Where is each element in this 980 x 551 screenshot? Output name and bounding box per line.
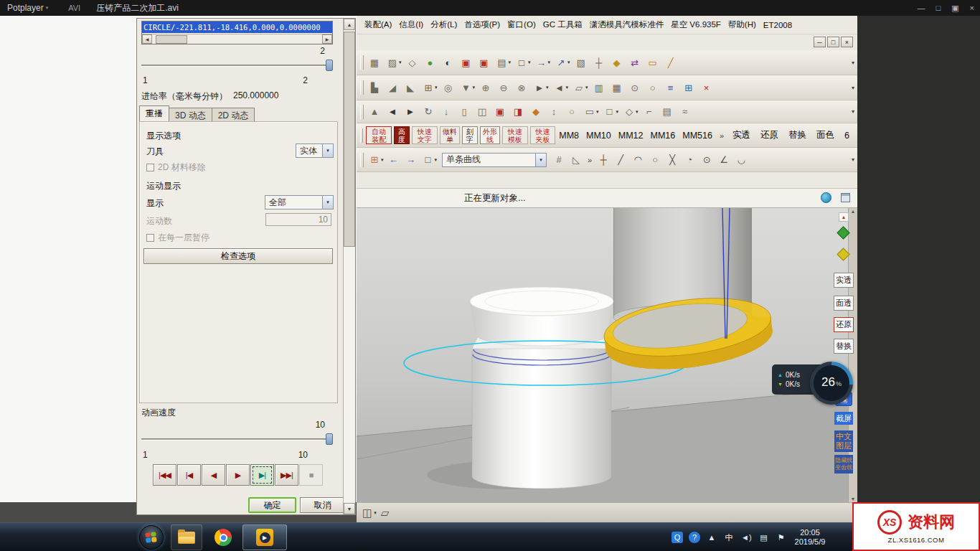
magnify-icon[interactable]: ○ — [645, 79, 661, 96]
scroll-down-icon[interactable]: ▼ — [344, 503, 355, 514]
pin-icon[interactable]: ↓ — [438, 103, 454, 121]
sketch-icon[interactable]: ▨ ▾ — [385, 54, 402, 71]
dropdown-arrow-icon[interactable]: ▾ — [566, 85, 569, 90]
play-backward-button[interactable]: ◀ — [202, 464, 225, 486]
solid-translucent-button[interactable]: 实透 — [834, 273, 854, 288]
selection-scope-combo[interactable]: 单条曲线 ▼ — [442, 153, 547, 167]
orbit-icon[interactable]: ↻ — [420, 103, 436, 121]
go-start-button[interactable]: |◀◀ — [153, 464, 176, 486]
column-icon[interactable]: ▯ — [456, 103, 472, 121]
menu-item[interactable]: GC 工具箱 — [540, 19, 586, 30]
mini-marker-icon[interactable]: ▲ — [839, 212, 849, 222]
chrome-task-button[interactable] — [208, 524, 238, 550]
reverse-icon[interactable]: ◄ ▾ — [552, 79, 570, 96]
dropdown-arrow-icon[interactable]: ▾ — [399, 60, 402, 65]
prev-selection-icon[interactable]: ← — [386, 151, 402, 169]
terrain-icon[interactable]: ▲ — [367, 103, 382, 121]
next-selection-icon[interactable]: → — [403, 151, 419, 169]
red-block-icon[interactable]: ▣ — [492, 103, 508, 121]
size-label[interactable]: MM10 — [586, 131, 611, 141]
scroll-thumb[interactable] — [156, 35, 187, 44]
note-icon[interactable]: ▤ — [659, 103, 675, 121]
toolpath-list-selected-row[interactable]: CIRCLE/-221.811,-18.416,0.000,0.0000000 — [142, 22, 332, 33]
scroll-right-icon[interactable]: ▶ — [322, 34, 332, 44]
dropdown-arrow-icon[interactable]: ▾ — [435, 157, 438, 163]
chinese-layer-button[interactable]: 中文 图层 — [834, 430, 853, 452]
bolt-icon[interactable]: ↕ — [546, 103, 562, 121]
snap-center-icon[interactable]: ○ — [647, 151, 663, 169]
sheet-list-icon[interactable]: ≡ — [663, 79, 679, 96]
chevron-down-icon[interactable]: ▼ — [322, 144, 333, 157]
dropdown-arrow-icon[interactable]: ▾ — [435, 85, 438, 90]
size-label[interactable]: MM16 — [651, 131, 676, 141]
datum-plane-icon[interactable]: ◇ — [405, 54, 420, 71]
move-object-icon[interactable]: → ▾ — [534, 54, 552, 71]
stop-button[interactable]: ■ — [299, 464, 323, 486]
view-cube-icon[interactable]: ◫ ▾ — [362, 507, 377, 519]
red-face-icon[interactable]: ◨ — [510, 103, 526, 121]
polygon-icon[interactable]: ◇ ▾ — [621, 103, 639, 121]
action-center-flag-icon[interactable]: ⚑ — [776, 532, 787, 543]
outline-button[interactable]: 外形线 — [480, 126, 500, 144]
bounding-box-icon[interactable]: □ ▾ — [514, 54, 532, 71]
type-filter-icon[interactable]: ⊞ ▾ — [367, 151, 385, 169]
dropdown-arrow-icon[interactable]: ▾ — [567, 60, 570, 65]
menu-item[interactable]: 信息(I) — [395, 19, 427, 30]
toolbar-grip[interactable] — [360, 80, 364, 95]
go-end-button[interactable]: ▶▶| — [275, 464, 298, 486]
direction-icon[interactable]: ► ▾ — [532, 79, 550, 96]
menu-item[interactable]: 星空 V6.935F — [667, 19, 725, 30]
check-options-button[interactable]: 检查选项 — [143, 248, 333, 264]
tab-2d-dynamic[interactable]: 2D 动态 — [212, 108, 255, 121]
quick-template-button[interactable]: 快速模板 — [502, 126, 528, 144]
gold-part-icon[interactable]: ◆ — [528, 103, 544, 121]
adjust-icon[interactable]: ⊙ — [627, 79, 643, 96]
show-combo[interactable]: 全部 ▼ — [265, 195, 334, 209]
slider-thumb[interactable] — [326, 433, 333, 445]
toolbar-grip[interactable] — [360, 128, 363, 143]
hidden-line-button[interactable]: 隐藏线 变齿线 — [834, 455, 853, 474]
snap-intersection-icon[interactable]: ╳ — [664, 151, 680, 169]
swap-icon[interactable]: ⇄ — [627, 54, 643, 71]
part-grid-icon[interactable]: ▦ — [367, 54, 382, 71]
dropdown-arrow-icon[interactable]: ▾ — [636, 109, 639, 115]
list-horizontal-scrollbar[interactable]: ◀ ▶ — [142, 34, 332, 44]
menu-item[interactable]: 分析(L) — [427, 19, 461, 30]
dropdown-arrow-icon[interactable]: ▾ — [616, 109, 619, 115]
subtract-icon[interactable]: ⊖ — [496, 79, 512, 96]
quick-text-command[interactable]: 还原 — [760, 129, 778, 141]
toolbar-grip[interactable] — [360, 153, 364, 167]
ring-icon[interactable]: ○ — [564, 103, 580, 121]
dropdown-arrow-icon[interactable]: ▾ — [596, 109, 599, 115]
menu-item[interactable]: 潇洒模具汽模标准件 — [586, 19, 668, 30]
chevron-down-icon[interactable]: ▼ — [535, 154, 546, 166]
menu-item[interactable]: 首选项(P) — [461, 19, 504, 30]
potplayer-menu-button[interactable]: Potplayer — [7, 3, 44, 13]
tab-3d-dynamic[interactable]: 3D 动态 — [169, 108, 212, 121]
insert-block-icon[interactable]: ◫ — [474, 103, 490, 121]
cavity-icon[interactable]: ▤ ▾ — [494, 54, 512, 71]
dialog-vertical-scrollbar[interactable]: ▲ ▼ — [343, 19, 355, 514]
tool-display-combo[interactable]: 实体 ▼ — [296, 143, 334, 158]
quick-text-command[interactable]: 面色 — [816, 129, 834, 141]
input-method-icon[interactable]: Q — [672, 532, 683, 543]
screenshot-button[interactable]: 截屏 — [834, 412, 853, 425]
chevron-down-icon[interactable]: ▼ — [322, 196, 333, 209]
animation-speed-slider[interactable] — [141, 433, 333, 446]
menu-item[interactable]: 装配(A) — [361, 19, 395, 30]
green-diamond-icon[interactable] — [837, 226, 849, 239]
play-forward-button[interactable]: ▶ — [226, 464, 250, 486]
size-label[interactable]: MM516 — [682, 131, 712, 141]
toolpath-list[interactable]: CIRCLE/-221.811,-18.416,0.000,0.0000000 … — [141, 21, 333, 44]
hidden-icons-button[interactable]: ▲ — [706, 532, 717, 543]
size-label[interactable]: MM8 — [559, 131, 579, 141]
start-button[interactable] — [139, 525, 164, 550]
snap-existing-point-icon[interactable]: ⊙ — [699, 151, 715, 169]
scroll-thumb[interactable] — [344, 32, 355, 247]
checkbox-box[interactable] — [146, 164, 154, 171]
nx-minimize-button[interactable]: ─ — [814, 37, 826, 47]
wedge-icon[interactable]: ◢ — [385, 79, 400, 96]
auto-assembly-button[interactable]: 自动装配 — [366, 126, 392, 144]
menu-item[interactable]: ET2008 — [760, 21, 796, 29]
spline-icon[interactable]: ≈ — [677, 103, 693, 121]
